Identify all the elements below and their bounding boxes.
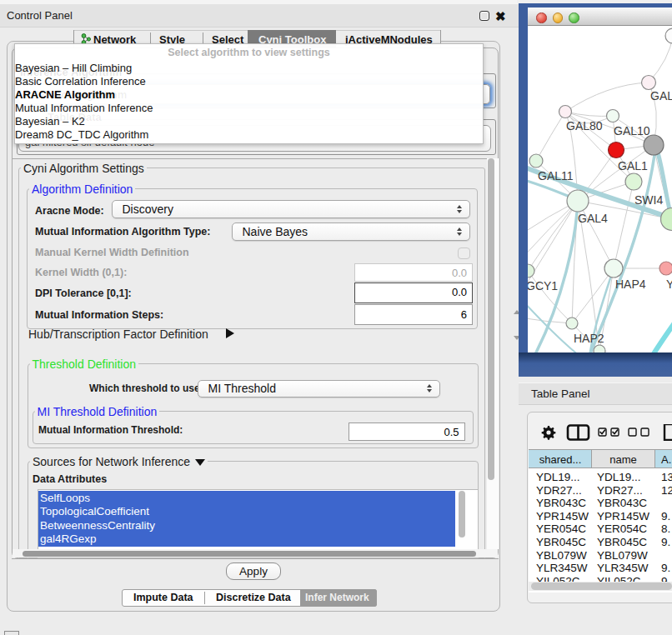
svg-text:GCY1: GCY1 — [528, 279, 558, 292]
svg-text:SWI4: SWI4 — [634, 193, 663, 207]
svg-text:HAP2: HAP2 — [574, 332, 604, 345]
svg-text:GAL10: GAL10 — [614, 124, 650, 138]
svg-text:GAL80: GAL80 — [566, 119, 603, 132]
svg-text:GAL7: GAL7 — [650, 89, 672, 102]
svg-text:GAL1: GAL1 — [618, 159, 648, 172]
svg-text:YEL: YEL — [666, 278, 672, 291]
svg-text:GAL4: GAL4 — [578, 212, 608, 225]
svg-text:GAL11: GAL11 — [538, 169, 574, 182]
svg-text:HAP4: HAP4 — [615, 278, 646, 291]
